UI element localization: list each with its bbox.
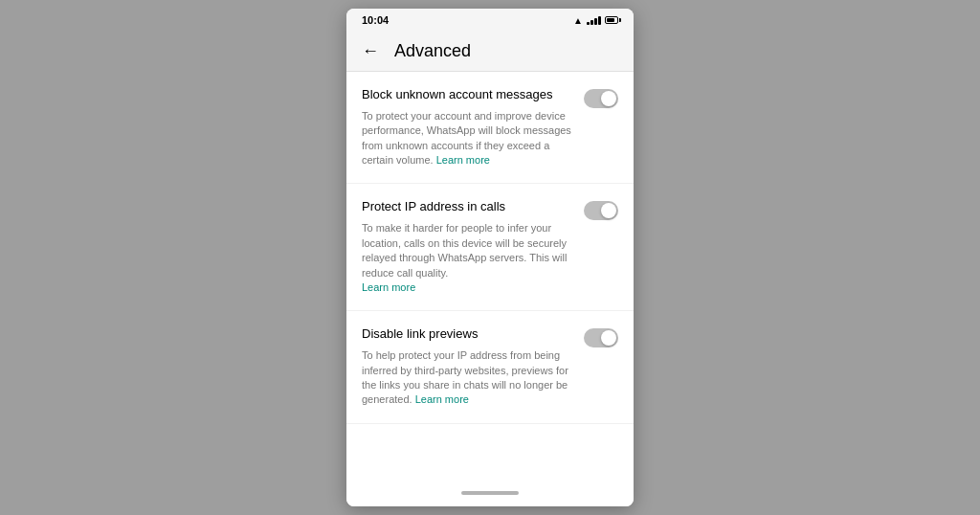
header: ← Advanced bbox=[346, 32, 634, 72]
setting-text-protect-ip: Protect IP address in calls To make it h… bbox=[362, 199, 572, 295]
signal-icon bbox=[587, 15, 601, 25]
setting-item-disable-links: Disable link previews To help protect yo… bbox=[346, 311, 634, 423]
setting-title-block-unknown: Block unknown account messages bbox=[362, 87, 572, 103]
status-icons: ▲ bbox=[573, 15, 618, 26]
bottom-bar bbox=[346, 483, 634, 506]
status-bar: 10:04 ▲ bbox=[346, 9, 634, 32]
setting-title-disable-links: Disable link previews bbox=[362, 326, 572, 343]
setting-text-block-unknown: Block unknown account messages To protec… bbox=[362, 87, 572, 168]
home-indicator bbox=[461, 491, 519, 495]
setting-title-protect-ip: Protect IP address in calls bbox=[362, 199, 572, 215]
status-time: 10:04 bbox=[362, 14, 389, 26]
setting-description-disable-links: To help protect your IP address from bei… bbox=[362, 348, 572, 408]
page-title: Advanced bbox=[394, 41, 471, 61]
wifi-icon: ▲ bbox=[573, 15, 583, 26]
learn-more-protect-ip[interactable]: Learn more bbox=[362, 281, 415, 293]
learn-more-disable-links[interactable]: Learn more bbox=[415, 393, 469, 405]
setting-description-protect-ip: To make it harder for people to infer yo… bbox=[362, 221, 572, 295]
phone-container: 10:04 ▲ ← Advanced Block unknown acc bbox=[346, 9, 634, 506]
toggle-block-unknown[interactable] bbox=[584, 89, 618, 108]
toggle-disable-links[interactable] bbox=[584, 328, 618, 347]
back-button[interactable]: ← bbox=[362, 41, 379, 61]
setting-description-block-unknown: To protect your account and improve devi… bbox=[362, 109, 572, 168]
toggle-protect-ip[interactable] bbox=[584, 201, 618, 220]
battery-icon bbox=[605, 16, 618, 24]
setting-item-block-unknown: Block unknown account messages To protec… bbox=[346, 72, 634, 184]
setting-text-disable-links: Disable link previews To help protect yo… bbox=[362, 326, 572, 407]
setting-item-protect-ip: Protect IP address in calls To make it h… bbox=[346, 184, 634, 311]
content-area: Block unknown account messages To protec… bbox=[346, 72, 634, 483]
learn-more-block-unknown[interactable]: Learn more bbox=[436, 154, 490, 166]
